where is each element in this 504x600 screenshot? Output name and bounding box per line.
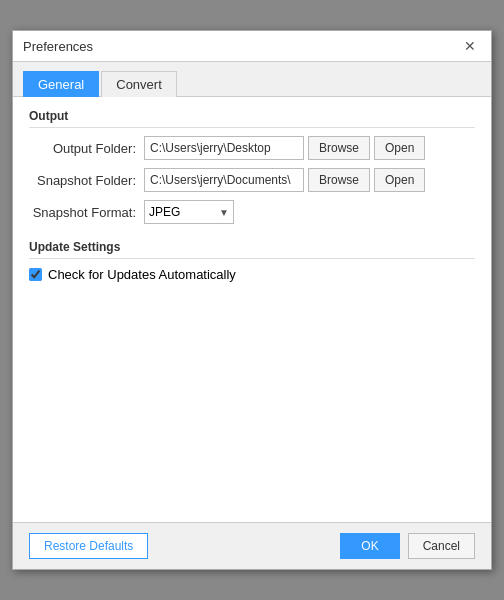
snapshot-folder-input[interactable] [144, 168, 304, 192]
update-section-title: Update Settings [29, 240, 475, 259]
tab-general[interactable]: General [23, 71, 99, 97]
auto-update-label[interactable]: Check for Updates Automatically [48, 267, 236, 282]
snapshot-format-row: Snapshot Format: JPEG PNG BMP ▼ [29, 200, 475, 224]
cancel-button[interactable]: Cancel [408, 533, 475, 559]
snapshot-folder-browse-button[interactable]: Browse [308, 168, 370, 192]
footer: Restore Defaults OK Cancel [13, 523, 491, 569]
restore-defaults-button[interactable]: Restore Defaults [29, 533, 148, 559]
output-section: Output Output Folder: Browse Open Snapsh… [29, 109, 475, 224]
auto-update-row: Check for Updates Automatically [29, 267, 475, 282]
output-folder-open-button[interactable]: Open [374, 136, 425, 160]
snapshot-format-label: Snapshot Format: [29, 205, 144, 220]
footer-right-buttons: OK Cancel [340, 533, 475, 559]
output-section-title: Output [29, 109, 475, 128]
output-folder-input[interactable] [144, 136, 304, 160]
preferences-dialog: Preferences ✕ General Convert Output Out… [12, 30, 492, 570]
output-folder-row: Output Folder: Browse Open [29, 136, 475, 160]
auto-update-checkbox[interactable] [29, 268, 42, 281]
output-folder-label: Output Folder: [29, 141, 144, 156]
snapshot-folder-row: Snapshot Folder: Browse Open [29, 168, 475, 192]
snapshot-folder-label: Snapshot Folder: [29, 173, 144, 188]
tab-convert[interactable]: Convert [101, 71, 177, 97]
ok-button[interactable]: OK [340, 533, 399, 559]
tab-bar: General Convert [13, 62, 491, 97]
dropdown-arrow-icon: ▼ [215, 207, 233, 218]
update-section: Update Settings Check for Updates Automa… [29, 240, 475, 282]
snapshot-format-select[interactable]: JPEG PNG BMP [145, 201, 215, 223]
output-folder-browse-button[interactable]: Browse [308, 136, 370, 160]
content-area: Output Output Folder: Browse Open Snapsh… [13, 97, 491, 523]
snapshot-format-select-wrapper: JPEG PNG BMP ▼ [144, 200, 234, 224]
title-bar: Preferences ✕ [13, 31, 491, 62]
close-button[interactable]: ✕ [459, 37, 481, 55]
dialog-title: Preferences [23, 39, 93, 54]
snapshot-folder-open-button[interactable]: Open [374, 168, 425, 192]
